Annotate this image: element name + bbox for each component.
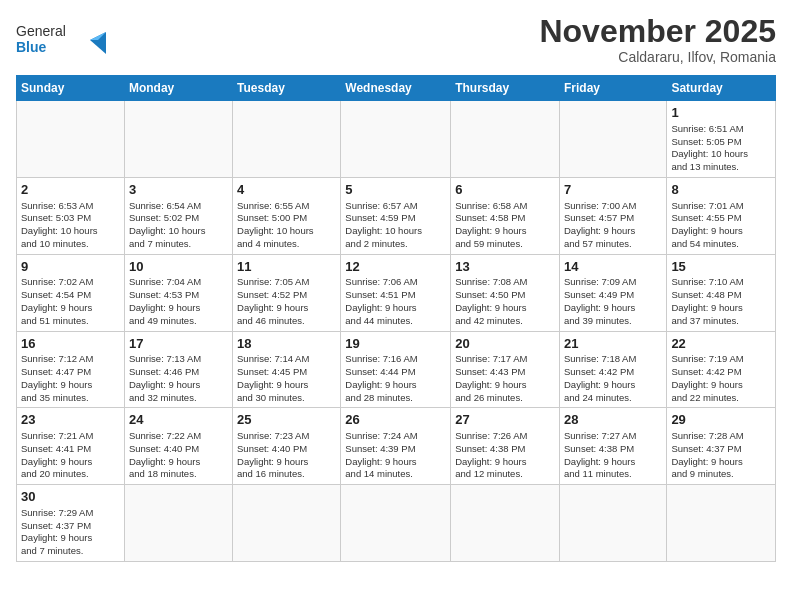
day-info: Sunrise: 7:21 AM xyxy=(21,430,120,443)
header: General Blue November 2025 Caldararu, Il… xyxy=(16,14,776,65)
table-row: 12Sunrise: 7:06 AMSunset: 4:51 PMDayligh… xyxy=(341,254,451,331)
day-info: Sunset: 4:40 PM xyxy=(129,443,228,456)
day-info: Daylight: 9 hours xyxy=(237,456,336,469)
day-info: Sunset: 4:37 PM xyxy=(21,520,120,533)
logo-wordmark: General Blue xyxy=(16,18,106,62)
header-tuesday: Tuesday xyxy=(233,76,341,101)
day-info: Sunset: 4:46 PM xyxy=(129,366,228,379)
calendar-page: General Blue November 2025 Caldararu, Il… xyxy=(0,0,792,612)
table-row xyxy=(341,485,451,562)
day-info: Daylight: 9 hours xyxy=(21,532,120,545)
header-sunday: Sunday xyxy=(17,76,125,101)
day-info: and 7 minutes. xyxy=(21,545,120,558)
day-info: Sunrise: 7:26 AM xyxy=(455,430,555,443)
day-info: and 46 minutes. xyxy=(237,315,336,328)
day-info: Daylight: 9 hours xyxy=(21,379,120,392)
day-info: and 37 minutes. xyxy=(671,315,771,328)
table-row: 16Sunrise: 7:12 AMSunset: 4:47 PMDayligh… xyxy=(17,331,125,408)
day-info: Sunset: 4:43 PM xyxy=(455,366,555,379)
table-row: 5Sunrise: 6:57 AMSunset: 4:59 PMDaylight… xyxy=(341,177,451,254)
header-wednesday: Wednesday xyxy=(341,76,451,101)
day-number: 11 xyxy=(237,258,336,276)
day-info: Sunrise: 7:29 AM xyxy=(21,507,120,520)
day-info: Sunrise: 7:08 AM xyxy=(455,276,555,289)
day-number: 14 xyxy=(564,258,662,276)
table-row: 1Sunrise: 6:51 AMSunset: 5:05 PMDaylight… xyxy=(667,101,776,178)
day-info: Sunrise: 7:13 AM xyxy=(129,353,228,366)
day-info: Sunrise: 7:01 AM xyxy=(671,200,771,213)
day-number: 29 xyxy=(671,411,771,429)
header-friday: Friday xyxy=(559,76,666,101)
day-info: Sunset: 4:53 PM xyxy=(129,289,228,302)
table-row: 26Sunrise: 7:24 AMSunset: 4:39 PMDayligh… xyxy=(341,408,451,485)
table-row xyxy=(233,101,341,178)
day-info: Sunset: 4:51 PM xyxy=(345,289,446,302)
day-number: 10 xyxy=(129,258,228,276)
day-number: 2 xyxy=(21,181,120,199)
day-number: 25 xyxy=(237,411,336,429)
day-info: and 49 minutes. xyxy=(129,315,228,328)
table-row: 24Sunrise: 7:22 AMSunset: 4:40 PMDayligh… xyxy=(124,408,232,485)
table-row: 27Sunrise: 7:26 AMSunset: 4:38 PMDayligh… xyxy=(451,408,560,485)
day-info: and 22 minutes. xyxy=(671,392,771,405)
table-row: 11Sunrise: 7:05 AMSunset: 4:52 PMDayligh… xyxy=(233,254,341,331)
table-row xyxy=(233,485,341,562)
day-info: Daylight: 9 hours xyxy=(237,379,336,392)
day-info: Daylight: 9 hours xyxy=(455,456,555,469)
table-row: 10Sunrise: 7:04 AMSunset: 4:53 PMDayligh… xyxy=(124,254,232,331)
table-row: 17Sunrise: 7:13 AMSunset: 4:46 PMDayligh… xyxy=(124,331,232,408)
day-number: 23 xyxy=(21,411,120,429)
day-info: and 59 minutes. xyxy=(455,238,555,251)
day-number: 24 xyxy=(129,411,228,429)
day-info: and 26 minutes. xyxy=(455,392,555,405)
day-info: Daylight: 9 hours xyxy=(21,302,120,315)
day-info: and 9 minutes. xyxy=(671,468,771,481)
table-row: 7Sunrise: 7:00 AMSunset: 4:57 PMDaylight… xyxy=(559,177,666,254)
day-info: and 30 minutes. xyxy=(237,392,336,405)
table-row xyxy=(124,485,232,562)
day-info: and 18 minutes. xyxy=(129,468,228,481)
day-info: Sunset: 4:49 PM xyxy=(564,289,662,302)
table-row: 13Sunrise: 7:08 AMSunset: 4:50 PMDayligh… xyxy=(451,254,560,331)
month-title: November 2025 xyxy=(539,14,776,49)
day-info: Sunset: 4:41 PM xyxy=(21,443,120,456)
table-row: 21Sunrise: 7:18 AMSunset: 4:42 PMDayligh… xyxy=(559,331,666,408)
day-info: Daylight: 9 hours xyxy=(345,302,446,315)
day-info: Sunset: 4:58 PM xyxy=(455,212,555,225)
day-info: Daylight: 9 hours xyxy=(455,302,555,315)
day-info: Sunrise: 6:54 AM xyxy=(129,200,228,213)
day-info: and 44 minutes. xyxy=(345,315,446,328)
day-info: Sunset: 4:48 PM xyxy=(671,289,771,302)
day-info: Sunrise: 7:28 AM xyxy=(671,430,771,443)
day-info: Daylight: 10 hours xyxy=(129,225,228,238)
day-number: 8 xyxy=(671,181,771,199)
day-number: 30 xyxy=(21,488,120,506)
table-row xyxy=(667,485,776,562)
day-info: Sunset: 4:55 PM xyxy=(671,212,771,225)
day-info: Sunset: 5:05 PM xyxy=(671,136,771,149)
table-row: 29Sunrise: 7:28 AMSunset: 4:37 PMDayligh… xyxy=(667,408,776,485)
day-info: and 13 minutes. xyxy=(671,161,771,174)
table-row: 2Sunrise: 6:53 AMSunset: 5:03 PMDaylight… xyxy=(17,177,125,254)
day-info: and 32 minutes. xyxy=(129,392,228,405)
day-info: Daylight: 9 hours xyxy=(237,302,336,315)
day-info: and 39 minutes. xyxy=(564,315,662,328)
day-number: 3 xyxy=(129,181,228,199)
day-info: Daylight: 9 hours xyxy=(129,379,228,392)
day-info: Daylight: 9 hours xyxy=(564,225,662,238)
day-info: Daylight: 9 hours xyxy=(21,456,120,469)
table-row xyxy=(124,101,232,178)
day-info: Sunset: 4:45 PM xyxy=(237,366,336,379)
day-info: Sunset: 4:38 PM xyxy=(564,443,662,456)
day-number: 5 xyxy=(345,181,446,199)
day-info: Daylight: 9 hours xyxy=(671,302,771,315)
day-info: Sunrise: 7:14 AM xyxy=(237,353,336,366)
day-number: 15 xyxy=(671,258,771,276)
calendar-table: Sunday Monday Tuesday Wednesday Thursday… xyxy=(16,75,776,562)
day-info: Daylight: 9 hours xyxy=(455,225,555,238)
day-info: Daylight: 9 hours xyxy=(564,379,662,392)
table-row: 8Sunrise: 7:01 AMSunset: 4:55 PMDaylight… xyxy=(667,177,776,254)
day-info: and 2 minutes. xyxy=(345,238,446,251)
logo: General Blue xyxy=(16,18,106,62)
day-info: Daylight: 9 hours xyxy=(129,302,228,315)
